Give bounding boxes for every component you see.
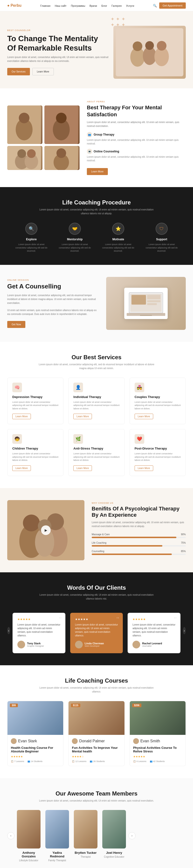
service-3-title: Couples Therapy [135, 395, 181, 399]
progress-counselling-bar [92, 554, 186, 555]
service-4-link[interactable]: Learn More [12, 465, 31, 471]
therapy-img-svg-3 [7, 146, 41, 170]
testimonials-next-button[interactable]: › [183, 627, 186, 634]
service-card-1: 🧠 Depression Therapy Lorem ipsum dolor s… [7, 377, 63, 425]
therapy-image-4 [45, 146, 80, 170]
nav-link-about[interactable]: Наш сайт [55, 4, 66, 7]
team-member-1-name: Anthony Gonzales [17, 851, 40, 858]
course-2-price: $115 [71, 704, 80, 707]
procedure-step-3: ⭐ Motivate Lorem ipsum dolor sit amet co… [101, 223, 135, 253]
therapy-cta-button[interactable]: Learn More [87, 168, 108, 175]
service-5-title: Anti-Stress Therapy [73, 447, 119, 450]
nav-link-programs[interactable]: Программы [71, 4, 85, 7]
team-title: Our Awesome Team Members [7, 790, 186, 797]
service-card-3: 💑 Couples Therapy Lorem ipsum dolor sit … [130, 377, 186, 425]
course-1-students: 👥 14 Students [28, 760, 43, 763]
counselling-title: Get A Counselling [7, 283, 99, 290]
course-1-stars: ★★★★★ [11, 755, 60, 758]
service-6-link[interactable]: Learn More [135, 465, 153, 471]
service-1-link[interactable]: Learn More [12, 414, 31, 419]
logo[interactable]: ● Perbu [7, 3, 22, 8]
course-2-meta: 📋 12 Lessons 👥 26 Students [72, 760, 121, 763]
procedure-steps: 🔍 Explore Lorem ipsum dolor sit amet con… [7, 223, 186, 253]
procedure-description: Lorem ipsum dolor sit amet, consectetur … [36, 208, 157, 216]
explore-icon: 🔍 [25, 223, 37, 235]
play-button[interactable]: ▶ [41, 525, 51, 535]
nav-link-gallery[interactable]: Галерея [111, 4, 121, 7]
course-3-meta: 📋 6 Lessons 👥 42 Students [133, 760, 182, 763]
svg-point-2 [133, 41, 142, 51]
nav-link-doctors[interactable]: Врачи [89, 4, 97, 7]
courses-title: Life Coaching Courses [7, 677, 186, 684]
service-3-link[interactable]: Learn More [135, 414, 153, 419]
service-card-5: 🌿 Anti-Stress Therapy Lorem ipsum dolor … [68, 429, 125, 476]
post-divorce-therapy-icon: ❤️ [135, 434, 144, 444]
progress-coaching-value: 75% [181, 541, 186, 544]
courses-grid: $99 Evan Stark Health Coaching Course Fo… [7, 701, 186, 766]
progress-counselling: Counselling 85% [92, 550, 186, 555]
benefits-section: ▶ Why Choose Us Benifits Of A Psycologic… [0, 488, 193, 572]
navbar: ● Perbu Главная Наш сайт Программы Врачи… [0, 0, 193, 11]
nav-link-blog[interactable]: Блог [101, 4, 107, 7]
team-member-4-name: Joel Henry [102, 851, 126, 855]
testimonial-2-author: Linda Cherman Web Developer [75, 641, 118, 648]
progress-coaching-label: Life Coaching [92, 541, 106, 544]
testimonial-1-stars: ★★★★★ [17, 618, 60, 621]
progress-massage-value: 90% [181, 533, 186, 536]
svg-point-4 [145, 41, 154, 50]
search-icon[interactable]: 🔍 [153, 4, 157, 7]
course-3-instructor-name: Evan Smith [140, 739, 160, 743]
hero-title: To Change The Mentality Of Remarkable Re… [7, 34, 109, 53]
service-2-link[interactable]: Learn More [73, 414, 92, 419]
clients-description: Lorem ipsum dolor sit amet, consectetur … [36, 593, 157, 601]
team-member-3-name: Brytten Tucker [74, 851, 98, 855]
service-5-link[interactable]: Learn More [73, 465, 92, 471]
progress-massage: Massage & Care 90% [92, 533, 186, 538]
svg-rect-24 [147, 295, 160, 299]
course-1-image: $99 [7, 701, 63, 735]
team-next-button[interactable]: › [128, 832, 136, 839]
team-member-1-image [17, 810, 40, 848]
service-card-6: ❤️ Post-Divorce Therapy Lorem ipsum dolo… [130, 429, 186, 476]
step-2-title: Mentorship [58, 238, 92, 241]
benefits-description: Lorem ipsum dolor sit amet, consectetur … [92, 521, 186, 528]
course-1-body: Evan Stark Health Coaching Course For Ab… [7, 735, 63, 766]
testimonial-1-name: Tony Stark [27, 642, 44, 645]
anti-stress-therapy-icon: 🌿 [73, 434, 83, 444]
service-6-title: Post-Divorce Therapy [135, 447, 181, 450]
testimonial-2-role: Web Developer [85, 645, 104, 647]
svg-point-15 [17, 149, 26, 158]
nav-link-home[interactable]: Главная [40, 4, 50, 7]
team-prev-button[interactable]: ‹ [7, 832, 15, 839]
hero-image [113, 26, 186, 79]
hero-primary-button[interactable]: Our Services [7, 68, 30, 75]
service-card-4: 🧒 Children Therapy Lorem ipsum dolor sit… [7, 429, 63, 476]
testimonial-3: " ★★★★★ Lorem ipsum dolor sit amet, cons… [128, 613, 180, 653]
counselling-cta-button[interactable]: Get Now [7, 321, 25, 328]
procedure-title: Life Coaching Procedure [7, 199, 186, 206]
testimonial-1-text: Lorem ipsum dolor sit amet, consectetur … [17, 623, 60, 637]
course-3-avatar [133, 738, 139, 744]
testimonial-2-avatar [75, 641, 83, 648]
procedure-step-4: 🛡 Support Lorem ipsum dolor sit amet con… [145, 223, 178, 253]
service-2-desc: Lorem ipsum dolor sit amet consectetur a… [73, 401, 119, 410]
appointment-button[interactable]: Get Appointment [159, 2, 186, 9]
testimonial-2-text: Lorem ipsum dolor sit amet, consectetur … [75, 623, 118, 637]
course-2-lessons: 📋 12 Lessons [72, 760, 86, 763]
team-member-3: Brytten Tucker Therapist [74, 810, 98, 858]
course-2-instructor-name: Donald Palmer [79, 739, 105, 743]
progress-counselling-fill [92, 554, 172, 555]
course-1-instructor: Evan Stark [11, 738, 60, 744]
counselling-desc-1: Lorem ipsum dolor sit amet, consectetur … [7, 293, 99, 305]
therapy-badge: About Perbu [87, 100, 186, 103]
step-2-desc: Lorem ipsum dolor sit amet consectetur a… [58, 243, 92, 253]
counselling-desc-2: Ut enim ad minim veniam, quis nostrud ex… [7, 308, 99, 316]
hero-secondary-button[interactable]: Learn More [32, 68, 54, 75]
therapy-img-svg-4 [45, 146, 78, 170]
therapy-image-2 [45, 105, 80, 144]
nav-link-services[interactable]: Услуги [126, 4, 134, 7]
testimonials-prev-button[interactable]: ‹ [7, 627, 10, 634]
hero-content: Best Counselor To Change The Mentality O… [7, 29, 109, 75]
testimonial-1-role: Graphic Designer [27, 645, 44, 647]
procedure-section: Life Coaching Procedure Lorem ipsum dolo… [0, 187, 193, 265]
